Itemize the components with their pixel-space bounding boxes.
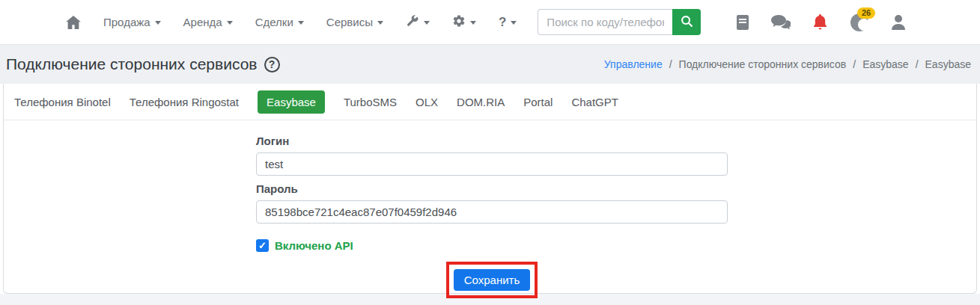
bell-icon[interactable] (813, 14, 827, 30)
tab-chatgpt[interactable]: ChatGPT (571, 96, 618, 108)
wrench-icon (406, 14, 419, 30)
nav-item-sales[interactable]: Продажа (103, 16, 161, 28)
chevron-down-icon (424, 21, 430, 25)
login-label: Логин (256, 135, 728, 147)
tools-menu[interactable] (406, 14, 430, 30)
top-bar: Продажа Аренда Сделки Сервисы (0, 0, 980, 44)
page-title-text: Подключение сторонних сервисов (6, 55, 258, 73)
search-input[interactable] (538, 9, 672, 35)
tab-easybase[interactable]: Easybase (258, 90, 325, 114)
gear-icon (452, 14, 466, 30)
chevron-down-icon (155, 21, 161, 25)
notification-count-badge: 26 (857, 7, 875, 19)
breadcrumb: Управление / Подключение сторонних серви… (604, 58, 971, 70)
search-button[interactable] (672, 9, 701, 35)
api-enabled-checkbox[interactable] (256, 239, 269, 252)
home-icon[interactable] (66, 16, 81, 29)
chevron-down-icon (377, 21, 383, 25)
breadcrumb-separator: / (916, 58, 919, 70)
topbar-right-icons: 26 (737, 13, 905, 32)
api-enabled-label: Включено API (275, 239, 353, 252)
login-field[interactable] (256, 152, 728, 176)
password-label: Пароль (256, 182, 728, 195)
tab-domria[interactable]: DOM.RIA (457, 96, 505, 108)
api-enabled-row: Включено API (256, 239, 728, 252)
nav-item-label: Сделки (255, 16, 293, 28)
breadcrumb-separator: / (853, 58, 856, 70)
nav-item-label: Аренда (183, 16, 222, 28)
chevron-down-icon (470, 21, 476, 25)
save-row: Сохранить (256, 262, 728, 298)
breadcrumb-item: Easybase (925, 58, 971, 70)
tab-portal[interactable]: Portal (523, 96, 553, 108)
page-header: Подключение сторонних сервисов ? Управле… (0, 44, 980, 84)
password-field[interactable] (256, 200, 728, 224)
tab-binotel[interactable]: Телефония Binotel (14, 96, 111, 108)
nav-item-deals[interactable]: Сделки (255, 16, 304, 28)
settings-menu[interactable] (452, 14, 476, 30)
save-button[interactable]: Сохранить (454, 269, 531, 291)
search-icon (681, 15, 693, 30)
easybase-settings-form: Логин Пароль Включено API Сохранить (256, 120, 728, 298)
help-question-label: ? (499, 15, 506, 30)
breadcrumb-link-management[interactable]: Управление (604, 58, 663, 70)
user-icon[interactable] (892, 15, 905, 30)
chevron-down-icon (298, 21, 304, 25)
nav-item-services[interactable]: Сервисы (326, 16, 383, 28)
clock-circle-icon[interactable]: 26 (850, 13, 869, 32)
nav-item-label: Продажа (103, 16, 150, 28)
main-nav: Продажа Аренда Сделки Сервисы (66, 14, 517, 30)
tab-ringostat[interactable]: Телефония Ringostat (130, 96, 239, 108)
nav-item-label: Сервисы (326, 16, 373, 28)
chevron-down-icon (511, 21, 517, 25)
tab-olx[interactable]: OLX (416, 96, 438, 108)
annotation-highlight-box: Сохранить (446, 262, 538, 298)
nav-item-rent[interactable]: Аренда (183, 16, 233, 28)
service-tabs: Телефония Binotel Телефония Ringostat Ea… (4, 84, 976, 120)
help-menu[interactable]: ? (499, 15, 517, 30)
tab-turbosms[interactable]: TurboSMS (344, 96, 397, 108)
help-circle-icon[interactable]: ? (264, 57, 280, 73)
chevron-down-icon (227, 21, 233, 25)
content-card: Телефония Binotel Телефония Ringostat Ea… (3, 84, 977, 294)
breadcrumb-item: Подключение сторонних сервисов (679, 58, 847, 70)
page-title: Подключение сторонних сервисов ? (6, 55, 280, 73)
breadcrumb-separator: / (669, 58, 672, 70)
global-search (538, 9, 701, 35)
chat-icon[interactable] (771, 15, 791, 30)
breadcrumb-item: Easybase (862, 58, 908, 70)
book-icon[interactable] (737, 15, 749, 30)
